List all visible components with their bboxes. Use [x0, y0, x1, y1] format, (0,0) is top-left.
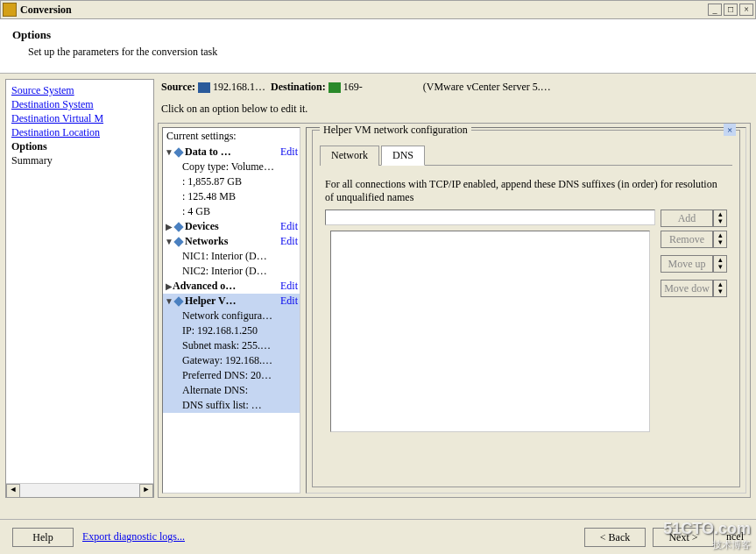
export-logs-link[interactable]: Export diagnostic logs... [82, 530, 185, 543]
tree-row-3[interactable]: : 125.48 MB [163, 189, 300, 204]
header: Options Set up the parameters for the co… [0, 19, 756, 74]
settings-title: Current settings: [163, 128, 300, 145]
movedown-button[interactable]: Move dow [661, 280, 713, 297]
nav-destination-system[interactable]: Destination System [11, 97, 148, 111]
moveup-dropdown[interactable]: ▴▾ [713, 255, 727, 273]
cancel-button-partial[interactable]: ncel [726, 530, 744, 543]
nav-destination-location[interactable]: Destination Location [11, 125, 148, 139]
tree-row-17[interactable]: DNS suffix list: … [163, 398, 300, 413]
tree-row-13[interactable]: Subnet mask: 255.… [163, 338, 300, 353]
add-button[interactable]: Add [661, 210, 713, 227]
movedown-dropdown[interactable]: ▴▾ [713, 280, 727, 297]
moveup-button[interactable]: Move up [661, 255, 713, 273]
next-button[interactable]: Next > [653, 528, 714, 547]
tab-dns[interactable]: DNS [381, 146, 425, 166]
remove-dropdown[interactable]: ▴▾ [713, 231, 727, 248]
edit-link[interactable]: Edit [280, 220, 298, 233]
destination-value: 169- [343, 81, 363, 93]
destination-server: (VMware vCenter Server 5.… [423, 81, 551, 93]
tree-row-7[interactable]: NIC1: Interior (D… [163, 249, 300, 264]
edit-link[interactable]: Edit [280, 235, 298, 248]
back-button[interactable]: < Back [584, 528, 646, 547]
maximize-button[interactable]: □ [724, 4, 738, 16]
nav-scrollbar[interactable]: ◄► [6, 483, 153, 497]
tree-row-8[interactable]: NIC2: Interior (D… [163, 264, 300, 279]
diamond-icon [173, 147, 183, 157]
dns-suffix-input[interactable] [325, 210, 655, 225]
window-title: Conversion [20, 4, 708, 17]
tree-row-14[interactable]: Gateway: 192.168.… [163, 353, 300, 368]
tree-row-5[interactable]: ▶DevicesEdit [163, 219, 300, 234]
instruction-text: Click on an option below to edit it. [161, 103, 747, 116]
tree-row-6[interactable]: ▼NetworksEdit [163, 234, 300, 249]
tree-row-1[interactable]: Copy type: Volume… [163, 160, 300, 174]
nav-panel: Source System Destination System Destina… [5, 79, 154, 498]
expand-arrow-icon[interactable]: ▶ [165, 281, 173, 291]
destination-icon [329, 82, 341, 93]
titlebar: Conversion _ □ × [0, 0, 756, 19]
tree-row-9[interactable]: ▶Advanced o…Edit [163, 279, 300, 294]
edit-link[interactable]: Edit [280, 280, 298, 293]
expand-arrow-icon[interactable]: ▶ [165, 222, 173, 231]
settings-tree: Current settings: ▼Data to …EditCopy typ… [162, 127, 300, 494]
remove-button[interactable]: Remove [661, 231, 713, 248]
source-label: Source: [161, 81, 195, 93]
tree-row-11[interactable]: Network configura… [163, 309, 300, 323]
add-dropdown[interactable]: ▴▾ [713, 210, 727, 227]
expand-arrow-icon[interactable]: ▼ [165, 147, 173, 157]
nav-summary[interactable]: Summary [11, 153, 148, 167]
close-icon[interactable]: × [724, 124, 736, 136]
destination-label: Destination: [271, 81, 326, 93]
source-icon [198, 82, 210, 93]
info-bar: Source: 192.168.1… Destination: 169- (VM… [158, 79, 751, 99]
helper-vm-groupbox: Helper VM network configuration × Networ… [312, 130, 740, 487]
source-value: 192.168.1… [213, 81, 265, 93]
tree-row-12[interactable]: IP: 192.168.1.250 [163, 323, 300, 338]
edit-link[interactable]: Edit [280, 146, 298, 159]
close-button[interactable]: × [739, 4, 753, 16]
nav-source-system[interactable]: Source System [11, 83, 148, 97]
nav-destination-virtual[interactable]: Destination Virtual M [11, 111, 148, 125]
diamond-icon [173, 237, 183, 246]
minimize-button[interactable]: _ [708, 4, 722, 16]
groupbox-title: Helper VM network configuration [320, 124, 471, 137]
tree-row-2[interactable]: : 1,855.87 GB [163, 174, 300, 189]
tree-row-4[interactable]: : 4 GB [163, 204, 300, 219]
help-button[interactable]: Help [12, 528, 74, 547]
tab-network[interactable]: Network [320, 146, 379, 166]
expand-arrow-icon[interactable]: ▼ [165, 296, 173, 306]
edit-link[interactable]: Edit [280, 295, 298, 308]
tree-row-10[interactable]: ▼Helper V…Edit [163, 294, 300, 309]
expand-arrow-icon[interactable]: ▼ [165, 237, 173, 246]
diamond-icon [173, 296, 183, 306]
diamond-icon [173, 222, 183, 231]
page-title: Options [12, 28, 744, 42]
page-subtitle: Set up the parameters for the conversion… [28, 46, 744, 59]
tree-row-0[interactable]: ▼Data to …Edit [163, 145, 300, 160]
footer: Help Export diagnostic logs... < Back Ne… [0, 519, 756, 554]
tree-row-15[interactable]: Preferred DNS: 20… [163, 368, 300, 383]
nav-options[interactable]: Options [11, 139, 148, 153]
dns-description: For all connections with TCP/IP enabled,… [325, 178, 727, 204]
tree-row-16[interactable]: Alternate DNS: [163, 383, 300, 398]
app-icon [3, 3, 17, 17]
dns-suffix-list[interactable] [330, 231, 650, 432]
